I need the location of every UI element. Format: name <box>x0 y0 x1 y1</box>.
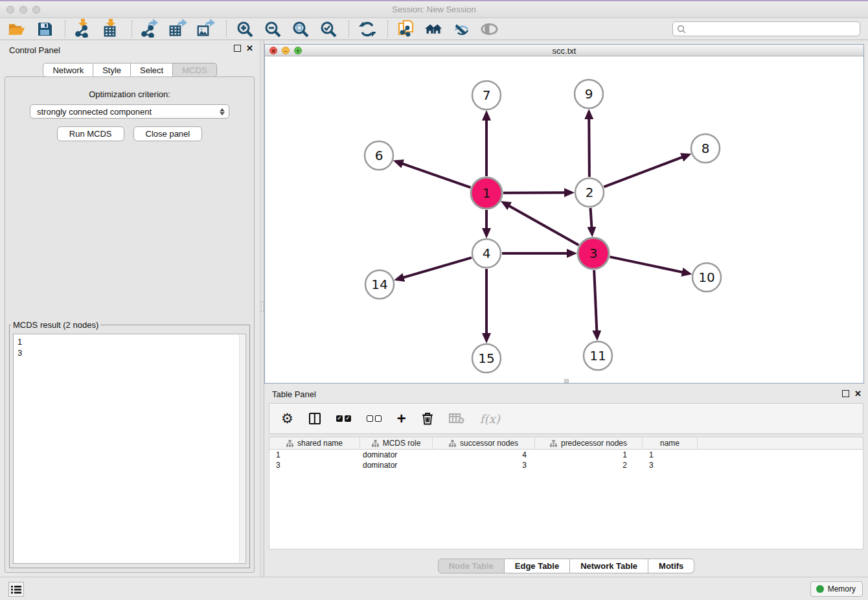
search-input[interactable] <box>686 22 860 36</box>
close-table-panel-icon[interactable]: ✕ <box>854 390 862 397</box>
zoom-selected-icon[interactable] <box>319 20 337 38</box>
table-cell[interactable]: 3 <box>643 460 698 470</box>
titlebar: Session: New Session <box>0 1 868 18</box>
tab-network[interactable]: Network <box>43 63 93 77</box>
graph-node-label-9: 9 <box>585 86 593 102</box>
node-table[interactable]: shared nameMCDS rolesuccessor nodesprede… <box>269 437 863 549</box>
optimization-criterion-select[interactable]: strongly connected component <box>30 104 229 119</box>
network-resize-grip[interactable] <box>564 379 569 383</box>
table-header-row: shared nameMCDS rolesuccessor nodesprede… <box>269 437 863 450</box>
column-header-MCDS-role[interactable]: MCDS role <box>360 437 433 449</box>
float-table-panel-icon[interactable] <box>842 390 849 397</box>
mcds-result-list[interactable]: 1 3 <box>13 334 246 564</box>
network-canvas[interactable]: 7968124314101511 <box>265 56 863 383</box>
column-tree-icon <box>449 440 456 447</box>
tab-edge-table[interactable]: Edge Table <box>505 559 570 573</box>
table-row[interactable]: 3dominator323 <box>269 460 863 470</box>
graph-edge-4-14[interactable] <box>403 258 472 278</box>
export-image-icon[interactable] <box>197 20 214 38</box>
table-cell[interactable]: 2 <box>535 460 643 470</box>
network-window-titlebar[interactable]: ✕ – + scc.txt <box>265 45 863 56</box>
toolbar-separator <box>348 21 349 38</box>
table-cell[interactable]: 4 <box>433 450 535 460</box>
duplicate-network-icon[interactable] <box>397 20 415 38</box>
graph-edge-3-10[interactable] <box>610 257 683 272</box>
table-cell[interactable]: dominator <box>360 450 433 460</box>
graph-edge-2-9[interactable] <box>589 118 589 177</box>
result-scrollbar[interactable] <box>239 335 245 562</box>
tab-select[interactable]: Select <box>131 63 173 77</box>
settings-gear-icon[interactable]: ⚙ <box>281 410 293 427</box>
search-box[interactable] <box>672 21 860 36</box>
mcds-result-fieldset: MCDS result (2 nodes) 1 3 <box>9 320 250 568</box>
network-graph[interactable]: 7968124314101511 <box>265 56 863 383</box>
zoom-out-icon[interactable] <box>264 20 281 38</box>
save-session-icon[interactable] <box>36 20 53 38</box>
graph-edge-1-6[interactable] <box>402 163 471 187</box>
select-stepper-icon <box>220 108 225 115</box>
toolbar-separator <box>387 21 388 38</box>
task-history-button[interactable] <box>8 582 24 597</box>
first-neighbors-icon[interactable] <box>425 20 442 38</box>
graph-edge-2-8[interactable] <box>604 157 683 187</box>
close-panel-button[interactable]: Close panel <box>133 126 203 141</box>
zoom-in-icon[interactable] <box>236 20 253 38</box>
delete-column-icon[interactable] <box>422 410 433 427</box>
table-cell[interactable]: 3 <box>433 460 535 470</box>
tab-network-table[interactable]: Network Table <box>570 559 648 573</box>
tab-style[interactable]: Style <box>93 63 131 77</box>
function-builder-icon: f(x) <box>480 410 500 427</box>
select-all-icon[interactable]: ✓✓ <box>336 410 351 427</box>
column-header-name[interactable]: name <box>643 437 698 449</box>
memory-button[interactable]: Memory <box>810 581 863 597</box>
export-table-icon[interactable] <box>169 20 187 38</box>
import-network-icon[interactable] <box>74 20 92 38</box>
run-mcds-button[interactable]: Run MCDS <box>57 126 124 141</box>
table-cell[interactable]: 1 <box>269 450 360 460</box>
close-panel-icon[interactable]: ✕ <box>246 45 253 52</box>
hide-selected-icon[interactable] <box>453 20 470 38</box>
panel-split-divider[interactable] <box>260 40 264 577</box>
graph-node-label-14: 14 <box>371 277 387 292</box>
table-cell[interactable]: 1 <box>643 450 698 460</box>
window-title: Session: New Session <box>0 5 868 14</box>
column-header-predecessor-nodes[interactable]: predecessor nodes <box>535 437 643 449</box>
table-cell[interactable]: 3 <box>269 460 360 470</box>
open-session-icon[interactable] <box>8 20 25 38</box>
deselect-all-icon[interactable] <box>367 410 382 427</box>
add-column-icon[interactable]: + <box>397 410 406 427</box>
table-cell[interactable]: 1 <box>535 450 643 460</box>
tab-motifs[interactable]: Motifs <box>648 559 694 573</box>
toggle-column-view-icon[interactable] <box>309 410 321 427</box>
control-panel-tabs: NetworkStyleSelectMCDS <box>0 63 260 77</box>
table-body: 1dominator4113dominator323 <box>269 450 863 470</box>
graph-node-label-4: 4 <box>483 246 491 261</box>
table-panel: Table Panel ✕ ⚙ ✓✓ + f(x) shared nameMCD… <box>264 386 868 577</box>
export-network-icon[interactable] <box>141 20 159 38</box>
graph-edge-1-2[interactable] <box>503 192 565 193</box>
graph-node-label-2: 2 <box>586 185 594 200</box>
toolbar-separator <box>131 21 132 38</box>
graph-edge-3-11[interactable] <box>594 270 597 332</box>
memory-label: Memory <box>828 584 856 594</box>
column-header-label: name <box>660 439 680 448</box>
table-row[interactable]: 1dominator411 <box>269 450 863 460</box>
float-panel-icon[interactable] <box>234 45 241 52</box>
show-details-icon[interactable] <box>481 20 498 38</box>
graph-edge-3-1[interactable] <box>508 205 578 245</box>
search-icon <box>677 25 686 34</box>
tab-mcds[interactable]: MCDS <box>173 63 216 77</box>
table-cell[interactable]: dominator <box>360 460 433 470</box>
refresh-icon[interactable] <box>358 20 376 38</box>
tab-node-table[interactable]: Node Table <box>438 559 505 573</box>
column-header-shared-name[interactable]: shared name <box>269 437 360 449</box>
control-panel-title: Control Panel <box>9 45 60 55</box>
column-header-successor-nodes[interactable]: successor nodes <box>433 437 535 449</box>
column-header-label: MCDS role <box>383 439 421 448</box>
import-table-icon[interactable] <box>102 20 120 38</box>
zoom-fit-icon[interactable] <box>291 20 309 38</box>
column-tree-icon <box>286 440 293 447</box>
graph-edge-2-3[interactable] <box>591 208 592 228</box>
network-window: ✕ – + scc.txt 7968124314101511 <box>264 44 864 384</box>
divider-grip[interactable] <box>261 301 264 312</box>
